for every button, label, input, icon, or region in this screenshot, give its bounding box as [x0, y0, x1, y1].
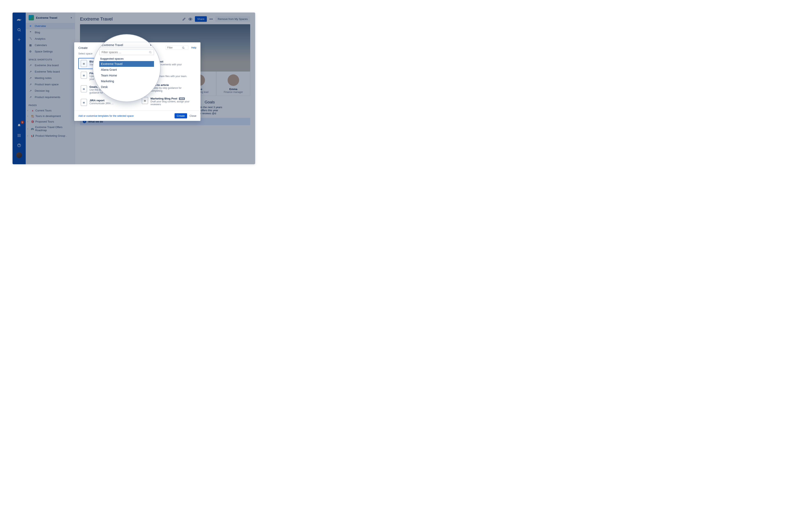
template-subtitle: Communicate JIRA …	[90, 102, 114, 105]
select-space-label: Select space	[78, 52, 93, 55]
document-icon: ≣	[81, 85, 87, 92]
space-option[interactable]: Desk	[99, 84, 154, 90]
app-frame: 6 Exxtreme Travel ▾ ≡Overview ❞Blog 〽Ana…	[12, 12, 255, 165]
new-badge: NEW	[179, 97, 185, 100]
template-option[interactable]: ≣Marketing Blog Post NEWDraft your blog …	[139, 95, 196, 108]
space-option[interactable]: Team Home	[99, 73, 154, 78]
document-icon: ≣	[81, 60, 87, 67]
suggested-spaces-label: Suggested spaces	[99, 56, 154, 61]
space-option[interactable]: Marketing	[99, 78, 154, 84]
customise-templates-link[interactable]: Add or customise templates for the selec…	[78, 114, 174, 117]
template-title: Marketing Blog Post NEW	[151, 97, 194, 100]
svg-point-18	[149, 51, 151, 53]
document-icon: ≣	[142, 97, 148, 104]
template-title: JIRA report	[90, 99, 114, 102]
space-option[interactable]: Alana Grant	[99, 67, 154, 73]
search-icon	[149, 51, 152, 54]
close-button[interactable]: Close	[190, 114, 196, 117]
space-filter-input[interactable]	[99, 49, 154, 55]
document-icon: ≣	[81, 72, 87, 79]
template-filter-input[interactable]	[166, 46, 188, 50]
zoom-lens: Exxtreme Travel ▾ Suggested spaces Exxtr…	[93, 34, 160, 102]
svg-point-16	[183, 47, 184, 49]
document-icon: ≣	[81, 99, 87, 106]
template-subtitle: Draft your blog content, assign your rev…	[151, 100, 194, 106]
svg-line-19	[151, 53, 151, 53]
space-select-dropdown[interactable]: Exxtreme Travel ▾	[99, 42, 154, 48]
svg-line-17	[184, 48, 185, 49]
template-title: How-to article	[151, 83, 194, 87]
space-select-value: Exxtreme Travel	[101, 43, 123, 47]
create-button[interactable]: Create	[174, 113, 187, 118]
help-link[interactable]: Help	[191, 46, 196, 49]
template-subtitle: … step-by-step guidance for completing	[151, 87, 194, 92]
search-icon	[182, 46, 185, 49]
space-option[interactable]: Exxtreme Travel	[99, 61, 154, 67]
